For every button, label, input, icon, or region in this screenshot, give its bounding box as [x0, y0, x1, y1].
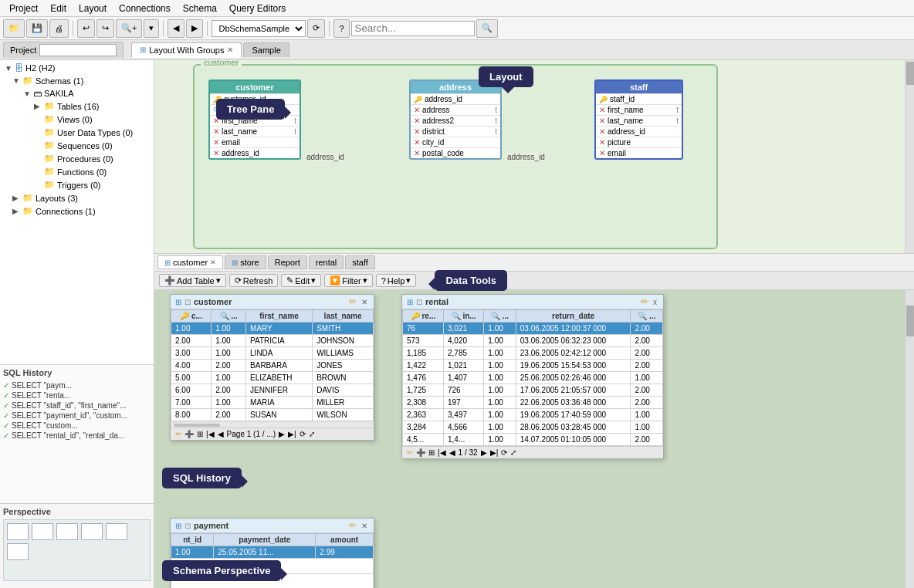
customer-col-last[interactable]: last_name — [313, 310, 374, 323]
nav-fwd-button[interactable]: ▶ — [186, 19, 203, 38]
customer-row-2[interactable]: 3.00 1.00 LINDA WILLIAMS — [171, 347, 374, 360]
rental-col-search[interactable]: 🔍 ... — [484, 310, 516, 323]
payment-grid-close[interactable]: ✕ — [360, 522, 369, 530]
rental-nav-first[interactable]: |◀ — [438, 448, 446, 457]
nav-back-button[interactable]: ◀ — [168, 19, 184, 38]
help-button[interactable]: ? — [333, 19, 349, 38]
customer-row-1[interactable]: 2.00 1.00 PATRICIA JOHNSON — [171, 335, 374, 347]
customer-row-6[interactable]: 7.00 1.00 MARIA MILLER — [171, 397, 374, 409]
menu-query-editors[interactable]: Query Editors — [223, 2, 292, 15]
tree-item-functions[interactable]: 📁 Functions (0) — [2, 165, 152, 178]
menu-schema[interactable]: Schema — [177, 2, 223, 15]
tree-item-tables[interactable]: ▶ 📁 Tables (16) — [2, 100, 152, 113]
rental-row-7[interactable]: 2,3633,4971.0019.06.2005 17:40:59 0001.0… — [403, 409, 663, 421]
save-button[interactable]: 💾 — [26, 19, 48, 38]
customer-col-c[interactable]: 🔑 c... — [171, 310, 212, 323]
tree-item-schemas[interactable]: ▼ 📁 Schemas (1) — [2, 74, 152, 87]
payment-col-id[interactable]: nt_id — [171, 534, 214, 546]
db-selector[interactable]: DbSchemaSample — [212, 20, 306, 37]
rental-row-8[interactable]: 3,2844,5661.0028.06.2005 03:28:45 0001.0… — [403, 421, 663, 434]
rental-row-6[interactable]: 2,3081971.0022.06.2005 03:36:48 0002.00 — [403, 397, 663, 409]
tree-item-connections[interactable]: ▶ 📁 Connections (1) — [2, 204, 152, 218]
rental-nav-prev[interactable]: ◀ — [449, 448, 455, 457]
rental-col-re[interactable]: 🔑 re... — [403, 310, 444, 323]
menu-connections[interactable]: Connections — [113, 2, 177, 15]
rental-col-last[interactable]: 🔍 ... — [631, 310, 663, 323]
sql-history-item-3[interactable]: ✓ SELECT "payment_id", "custom... — [3, 411, 151, 421]
customer-row-7[interactable]: 8.00 2.00 SUSAN WILSON — [171, 409, 374, 421]
sql-history-item-5[interactable]: ✓ SELECT "rental_id", "rental_da... — [3, 431, 151, 441]
print-button[interactable]: 🖨 — [49, 19, 69, 38]
customer-hscroll-thumb[interactable] — [174, 424, 220, 427]
search-input[interactable] — [351, 21, 475, 36]
customer-row-3[interactable]: 4.00 2.00 BARBARA JONES — [171, 360, 374, 372]
data-tab-staff[interactable]: staff — [345, 255, 375, 269]
rental-row-0[interactable]: 76 3,021 1.00 03.06.2005 12:00:37 000 2.… — [403, 323, 663, 335]
nav-prev[interactable]: ◀ — [218, 430, 224, 438]
zoom-in-button[interactable]: 🔍+ — [116, 19, 142, 38]
rental-row-9[interactable]: 4,5...1,4...1.0014.07.2005 01:10:05 0002… — [403, 434, 663, 446]
sql-history-item-1[interactable]: ✓ SELECT "renta... — [3, 390, 151, 400]
rental-row-2[interactable]: 1,1852,7851.0023.06.2005 02:42:12 0002.0… — [403, 347, 663, 360]
add-table-button[interactable]: ➕ Add Table ▾ — [159, 274, 226, 287]
tree-item-views[interactable]: 📁 Views (0) — [2, 113, 152, 126]
refresh-button[interactable]: ⟳ Refresh — [229, 274, 279, 287]
tree-item-procedures[interactable]: 📁 Procedures (0) — [2, 152, 152, 165]
customer-hscroll[interactable] — [171, 421, 374, 427]
tab-layout-with-groups[interactable]: ⊞ Layout With Groups ✕ — [131, 42, 242, 58]
tab-sample[interactable]: Sample — [243, 42, 289, 57]
tree-item-h2[interactable]: ▼ 🗄 H2 (H2) — [2, 62, 152, 74]
rental-row-4[interactable]: 1,4761,4071.0025.06.2005 02:26:46 0001.0… — [403, 372, 663, 384]
expand-icon-footer[interactable]: ⤢ — [309, 430, 315, 438]
data-tab-rental[interactable]: rental — [309, 255, 344, 269]
data-tab-customer[interactable]: ⊞ customer ✕ — [157, 255, 223, 269]
undo-button[interactable]: ↩ — [77, 19, 95, 38]
sql-history-item-2[interactable]: ✓ SELECT "staff_id", "first_name"... — [3, 400, 151, 411]
nav-first[interactable]: |◀ — [206, 430, 215, 438]
project-search[interactable] — [39, 44, 117, 56]
menu-layout[interactable]: Layout — [73, 2, 113, 15]
help-data-button[interactable]: ? Help ▾ — [376, 274, 417, 287]
tree-item-triggers[interactable]: 📁 Triggers (0) — [2, 178, 152, 191]
rental-col-return[interactable]: return_date — [516, 310, 631, 323]
data-tab-store[interactable]: ⊞ store — [225, 255, 266, 269]
scrollbar-right-data[interactable] — [905, 290, 914, 588]
rental-expand[interactable]: ⤢ — [510, 448, 516, 457]
rental-refresh[interactable]: ⟳ — [501, 448, 507, 457]
refresh-icon-footer[interactable]: ⟳ — [300, 430, 306, 438]
filter-button[interactable]: 🔽 Filter ▾ — [324, 274, 372, 287]
tab-close-layout[interactable]: ✕ — [227, 46, 233, 54]
scrollbar-thumb-schema[interactable] — [906, 62, 914, 85]
sql-history-item-4[interactable]: ✓ SELECT "custom... — [3, 421, 151, 431]
data-tab-close-customer[interactable]: ✕ — [210, 259, 216, 266]
zoom-level-btn[interactable]: ▾ — [144, 19, 159, 38]
customer-row-0[interactable]: 1.00 1.00 MARY SMITH — [171, 323, 374, 335]
db-refresh-button[interactable]: ⟳ — [307, 19, 325, 38]
scrollbar-thumb-data[interactable] — [906, 306, 914, 336]
tree-item-sequences[interactable]: 📁 Sequences (0) — [2, 139, 152, 152]
payment-col-date[interactable]: payment_date — [214, 534, 316, 546]
nav-next[interactable]: ▶ — [279, 430, 285, 438]
customer-row-5[interactable]: 6.00 2.00 JENNIFER DAVIS — [171, 384, 374, 397]
payment-col-amount[interactable]: amount — [316, 534, 374, 546]
rental-grid-close[interactable]: x — [652, 298, 658, 306]
rental-col-in[interactable]: 🔍 in... — [444, 310, 484, 323]
edit-button[interactable]: ✎ Edit ▾ — [281, 274, 321, 287]
rental-row-5[interactable]: 1,7257261.0017.06.2005 21:05:57 0002.00 — [403, 384, 663, 397]
customer-col-first[interactable]: first_name — [246, 310, 313, 323]
rental-row-1[interactable]: 573 4,020 1.00 03.06.2005 06:32:23 000 2… — [403, 335, 663, 347]
payment-row-0[interactable]: 1.00 25.05.2005 11... 2.99 — [171, 546, 374, 559]
new-button[interactable]: 📁 — [3, 19, 25, 38]
menu-project[interactable]: Project — [3, 2, 44, 15]
rental-nav-next[interactable]: ▶ — [481, 448, 487, 457]
customer-row-4[interactable]: 5.00 1.00 ELIZABETH BROWN — [171, 372, 374, 384]
rental-nav-last[interactable]: ▶| — [490, 448, 499, 457]
nav-last[interactable]: ▶| — [288, 430, 296, 438]
tree-item-layouts[interactable]: ▶ 📁 Layouts (3) — [2, 191, 152, 204]
redo-button[interactable]: ↪ — [96, 19, 114, 38]
search-button[interactable]: 🔍 — [476, 19, 498, 38]
menu-edit[interactable]: Edit — [44, 2, 73, 15]
customer-col-search[interactable]: 🔍 ... — [212, 310, 246, 323]
scrollbar-right-schema[interactable] — [905, 60, 914, 253]
sql-history-item-0[interactable]: ✓ SELECT "paym... — [3, 380, 151, 390]
